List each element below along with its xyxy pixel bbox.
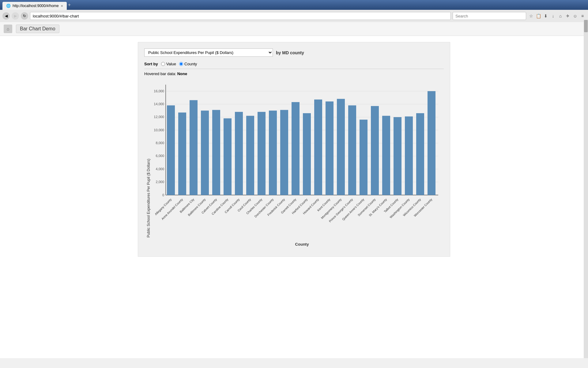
- back-button[interactable]: ◀: [2, 12, 10, 20]
- y-axis-label: Public School Expenditures Per Pupil ($ …: [146, 159, 151, 238]
- send-icon[interactable]: ✈: [565, 13, 571, 19]
- tab-bar: 🌐 http://localhost:9000/#/home ✕ +: [0, 0, 588, 10]
- page-wrapper: 🌐 http://localhost:9000/#/home ✕ + ◀ ▶ ↻…: [0, 0, 588, 358]
- by-county-label: by MD county: [276, 50, 304, 55]
- face-icon[interactable]: ☺: [572, 13, 578, 19]
- svg-text:14,000: 14,000: [154, 102, 164, 106]
- new-tab-button[interactable]: +: [68, 2, 71, 8]
- svg-text:4,000: 4,000: [156, 167, 164, 171]
- svg-text:16,000: 16,000: [154, 89, 164, 93]
- browser-chrome: 🌐 http://localhost:9000/#/home ✕ + ◀ ▶ ↻…: [0, 0, 588, 22]
- bar-howard[interactable]: [314, 100, 322, 195]
- chart-controls: Public School Expenditures Per Pupil ($ …: [144, 48, 444, 57]
- bar-kent[interactable]: [326, 102, 334, 195]
- refresh-button[interactable]: ↻: [21, 12, 28, 20]
- tab-title: http://localhost:9000/#/home: [13, 4, 59, 8]
- bar-talbot[interactable]: [394, 117, 401, 195]
- sort-section: Sort by Value County: [144, 62, 444, 66]
- bar-worcester[interactable]: [428, 91, 435, 195]
- x-axis-label: County: [295, 242, 309, 247]
- scrollbar[interactable]: [584, 20, 588, 358]
- page-content: ⌂ Bar Chart Demo Public School Expenditu…: [0, 22, 588, 358]
- label-queen-annes: Queen Anne's County: [341, 198, 365, 221]
- page-header: ⌂ Bar Chart Demo: [0, 22, 588, 36]
- sort-county-option[interactable]: County: [179, 62, 197, 66]
- bar-queen-annes[interactable]: [360, 120, 368, 195]
- metric-select[interactable]: Public School Expenditures Per Pupil ($ …: [144, 48, 273, 57]
- bar-cecil[interactable]: [246, 116, 254, 195]
- scrollbar-thumb[interactable]: [584, 20, 588, 32]
- menu-icon[interactable]: ≡: [579, 13, 586, 19]
- download-icon[interactable]: ↓: [550, 13, 556, 19]
- bar-baltimore-county[interactable]: [201, 111, 209, 195]
- reading-list-icon[interactable]: 📋: [535, 13, 541, 19]
- sort-divider: [144, 69, 444, 69]
- sort-value-label: Value: [166, 62, 176, 66]
- home-nav-icon[interactable]: ⌂: [557, 13, 564, 19]
- search-input[interactable]: [453, 12, 526, 20]
- sort-county-label: County: [184, 62, 197, 66]
- toolbar-icons: ☆ 📋 ⬇ ↓ ⌂ ✈ ☺ ≡: [528, 13, 586, 19]
- bar-allegany[interactable]: [167, 105, 175, 195]
- address-bar[interactable]: [30, 12, 451, 20]
- svg-text:12,000: 12,000: [154, 115, 164, 119]
- bar-caroline[interactable]: [224, 118, 232, 195]
- bar-chart-svg: Public School Expenditures Per Pupil ($ …: [144, 79, 444, 250]
- bar-st-marys[interactable]: [382, 116, 390, 195]
- label-anne-arundel: Anne Arundel County: [161, 198, 184, 221]
- hover-label: Hovered bar data:: [144, 71, 176, 76]
- pocket-icon[interactable]: ⬇: [543, 13, 549, 19]
- browser-toolbar: ◀ ▶ ↻ ☆ 📋 ⬇ ↓ ⌂ ✈ ☺ ≡: [0, 10, 588, 22]
- sort-value-radio[interactable]: [161, 62, 165, 66]
- bar-harford[interactable]: [303, 113, 311, 195]
- svg-text:0: 0: [162, 193, 164, 197]
- svg-text:6,000: 6,000: [156, 154, 164, 158]
- bar-washington[interactable]: [405, 117, 413, 195]
- bar-anne-arundel[interactable]: [178, 113, 186, 195]
- bar-baltimore-city[interactable]: [190, 100, 198, 195]
- sort-label: Sort by: [144, 62, 158, 66]
- hover-info: Hovered bar data: None: [144, 71, 444, 76]
- page-title: Bar Chart Demo: [16, 25, 59, 33]
- bar-carroll[interactable]: [235, 112, 243, 195]
- tab-close-button[interactable]: ✕: [61, 4, 63, 8]
- bar-dorchester[interactable]: [269, 111, 277, 195]
- svg-text:2,000: 2,000: [156, 180, 164, 184]
- label-montgomery: Montgomery County: [320, 198, 342, 220]
- label-dorchester: Dorchester County: [254, 198, 274, 218]
- chart-svg-wrapper: Public School Expenditures Per Pupil ($ …: [144, 79, 444, 250]
- chart-container: Public School Expenditures Per Pupil ($ …: [138, 42, 450, 257]
- sort-county-radio[interactable]: [179, 62, 183, 66]
- bookmark-star-icon[interactable]: ☆: [528, 13, 534, 19]
- svg-text:8,000: 8,000: [156, 141, 164, 145]
- forward-button[interactable]: ▶: [12, 12, 19, 20]
- svg-text:10,000: 10,000: [154, 128, 164, 132]
- hover-value: None: [177, 71, 187, 76]
- bar-somerset[interactable]: [371, 106, 379, 195]
- label-washington: Washington County: [389, 198, 410, 219]
- home-icon[interactable]: ⌂: [4, 25, 12, 33]
- bar-prince-georges[interactable]: [348, 105, 356, 195]
- tab-favicon: 🌐: [6, 4, 11, 8]
- sort-value-option[interactable]: Value: [161, 62, 176, 66]
- bar-frederick[interactable]: [280, 110, 288, 195]
- bar-garrett[interactable]: [292, 102, 300, 195]
- active-tab[interactable]: 🌐 http://localhost:9000/#/home ✕: [2, 2, 67, 10]
- bar-wicomico[interactable]: [416, 113, 424, 195]
- bar-montgomery[interactable]: [337, 99, 345, 195]
- bar-calvert[interactable]: [212, 110, 220, 195]
- bar-charles[interactable]: [258, 112, 266, 195]
